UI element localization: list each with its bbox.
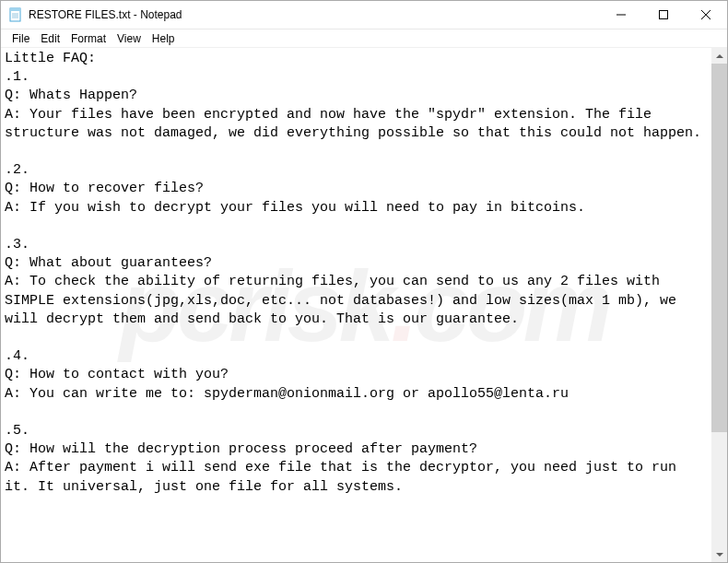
- vertical-scrollbar[interactable]: [711, 48, 727, 562]
- menu-view[interactable]: View: [112, 30, 147, 47]
- close-button[interactable]: [685, 1, 727, 29]
- notepad-icon: [8, 7, 23, 22]
- menu-format[interactable]: Format: [65, 30, 112, 47]
- svg-rect-1: [10, 8, 20, 11]
- menu-file[interactable]: File: [6, 30, 35, 47]
- menu-help[interactable]: Help: [147, 30, 181, 47]
- menubar: File Edit Format View Help: [1, 29, 727, 48]
- titlebar: RESTORE FILES.txt - Notepad: [1, 1, 727, 29]
- svg-marker-9: [716, 54, 723, 58]
- scroll-up-arrow[interactable]: [711, 48, 727, 64]
- content-area: pcrisk.com Little FAQ: .1. Q: Whats Happ…: [1, 48, 727, 562]
- svg-marker-10: [716, 553, 723, 557]
- menu-edit[interactable]: Edit: [35, 30, 65, 47]
- window-title: RESTORE FILES.txt - Notepad: [29, 8, 600, 21]
- minimize-button[interactable]: [600, 1, 642, 29]
- window-controls: [600, 1, 727, 29]
- scroll-down-arrow[interactable]: [711, 546, 727, 562]
- scroll-track[interactable]: [711, 64, 727, 546]
- maximize-button[interactable]: [642, 1, 685, 29]
- text-content[interactable]: Little FAQ: .1. Q: Whats Happen? A: Your…: [1, 48, 711, 562]
- svg-rect-6: [660, 11, 668, 19]
- scroll-thumb[interactable]: [711, 64, 727, 432]
